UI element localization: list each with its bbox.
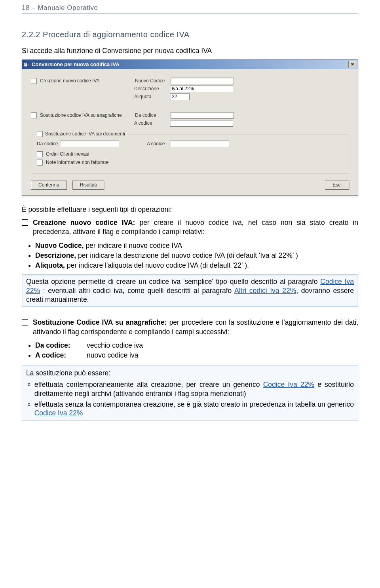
input-a-codice2[interactable]: [170, 141, 229, 147]
titlebar: Conversione per nuova codifica IVA ✕: [22, 60, 358, 69]
window-title: Conversione per nuova codifica IVA: [32, 61, 120, 67]
app-icon: [24, 62, 29, 67]
input-descrizione[interactable]: Iva al 22%: [170, 86, 233, 92]
input-da-codice[interactable]: [171, 112, 234, 119]
callout-note-1: Questa opzione permette di creare un cod…: [22, 274, 358, 307]
list-item: effettuata contemporaneamente alla creaz…: [28, 380, 354, 398]
input-a-codice[interactable]: [170, 120, 233, 127]
checkbox-sost-anagrafiche[interactable]: [31, 112, 37, 118]
input-nuovo-codice[interactable]: [171, 78, 234, 84]
list-item: Nuovo Codice, per indicare il nuovo codi…: [35, 242, 358, 250]
label-a-codice2: A codice: [147, 141, 170, 147]
label-a-codice: A codice: [134, 120, 170, 126]
label-sost-documenti: Sostituzione codice IVA sui documenti: [45, 131, 125, 137]
link-altri-codici-iva-22[interactable]: Altri codici Iva 22%: [234, 287, 296, 295]
svg-rect-1: [25, 63, 27, 64]
list-item: Aliquota, per indicare l'aliquota del nu…: [35, 261, 358, 270]
label-note: Note informative non fatturate: [46, 160, 108, 165]
section-title: 2.2.2 Procedura di aggiornamento codice …: [22, 30, 358, 39]
label-sost-anagrafiche: Sostituzione codice IVA su anagrafiche: [40, 112, 135, 118]
esci-button[interactable]: Esci: [325, 181, 349, 190]
checkbox-glyph: [22, 319, 28, 325]
list-item: Descrizione, per indicare la descrizione…: [35, 251, 358, 260]
callout-note-2: La sostituzione può essere: effettuata c…: [22, 365, 358, 421]
input-aliquota[interactable]: 22: [170, 93, 190, 100]
list-item: A codice:nuovo codice iva: [35, 351, 358, 360]
item2-bullets: Da codice:vecchio codice iva A codice:nu…: [35, 341, 358, 360]
after-window-text: È possibile effettuare i seguenti tipi d…: [22, 205, 358, 214]
close-icon: ✕: [351, 62, 354, 67]
label-aliquota: Aliquota: [134, 94, 170, 99]
checklist-item-sostituzione: Sostituzione Codice IVA su anagrafiche: …: [22, 318, 358, 337]
label-ordini: Ordini Clienti inevasi: [46, 151, 89, 157]
input-da-codice2[interactable]: [60, 141, 119, 147]
conferma-button[interactable]: Conferma: [31, 181, 67, 190]
item1-bullets: Nuovo Codice, per indicare il nuovo codi…: [35, 242, 358, 270]
label-nuovo-codice: Nuovo Codice: [135, 78, 171, 84]
checkbox-sost-documenti[interactable]: [37, 131, 43, 137]
label-da-codice: Da codice: [135, 112, 171, 118]
app-window: Conversione per nuova codifica IVA ✕ Cre…: [22, 59, 358, 196]
item1-lead: Creazione nuovo codice IVA:: [33, 219, 135, 226]
callout2-lead: La sostituzione può essere:: [26, 369, 354, 378]
close-button[interactable]: ✕: [348, 61, 356, 68]
checkbox-ordini[interactable]: [37, 151, 43, 157]
link-codice-iva-22-c[interactable]: Codice Iva 22%: [34, 409, 83, 417]
checkbox-glyph: [22, 219, 28, 226]
sost-anag-row: Sostituzione codice IVA su anagrafiche D…: [31, 112, 349, 119]
label-creazione: Creazione nuovo codice IVA: [40, 78, 135, 84]
svg-rect-2: [25, 64, 27, 65]
checklist-item-creazione: Creazione nuovo codice IVA: per creare i…: [22, 218, 358, 237]
label-descrizione: Descrizione: [134, 86, 170, 91]
page-header: 18 – Manuale Operativo: [22, 4, 358, 14]
intro-text: Si accede alla funzione di Conversione p…: [22, 46, 358, 55]
label-da-codice2: Da codice: [37, 141, 60, 147]
creazione-row: Creazione nuovo codice IVA Nuovo Codice: [31, 78, 349, 84]
checkbox-creazione[interactable]: [31, 78, 37, 84]
checkbox-note[interactable]: [37, 160, 43, 166]
group-sost-documenti: Sostituzione codice IVA sui documenti Da…: [31, 135, 349, 173]
list-item: effettuata senza la contemporanea creazi…: [28, 400, 354, 418]
list-item: Da codice:vecchio codice iva: [35, 341, 358, 350]
item2-lead: Sostituzione Codice IVA su anagrafiche:: [33, 318, 167, 326]
risultati-button[interactable]: Risultati: [72, 181, 104, 190]
link-codice-iva-22-b[interactable]: Codice Iva 22%: [263, 381, 314, 388]
